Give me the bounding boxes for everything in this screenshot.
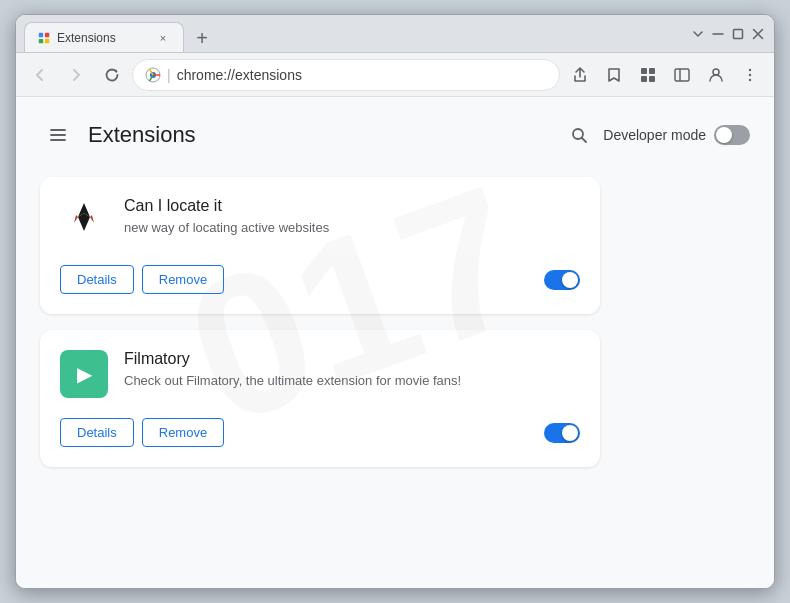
- svg-rect-8: [641, 68, 647, 74]
- share-button[interactable]: [564, 59, 596, 91]
- toggle-knob: [716, 127, 732, 143]
- svg-marker-25: [74, 215, 78, 223]
- menu-button[interactable]: [734, 59, 766, 91]
- svg-point-15: [749, 68, 751, 70]
- new-tab-button[interactable]: +: [188, 24, 216, 52]
- forward-button[interactable]: [60, 59, 92, 91]
- card-footer-1: Details Remove: [60, 418, 580, 447]
- extension-card-1: Filmatory Check out Filmatory, the ultim…: [40, 330, 600, 467]
- svg-rect-3: [45, 38, 49, 42]
- toggle-knob-0: [562, 272, 578, 288]
- extension-card-0: Can I locate it new way of locating acti…: [40, 177, 600, 314]
- card-actions-0: Details Remove: [60, 265, 224, 294]
- details-button-1[interactable]: Details: [60, 418, 134, 447]
- remove-button-0[interactable]: Remove: [142, 265, 224, 294]
- svg-marker-26: [90, 215, 94, 223]
- minimize-button[interactable]: [710, 26, 726, 42]
- active-tab[interactable]: Extensions ×: [24, 22, 184, 52]
- profile-button[interactable]: [700, 59, 732, 91]
- card-footer-0: Details Remove: [60, 265, 580, 294]
- remove-button-1[interactable]: Remove: [142, 418, 224, 447]
- hamburger-menu-button[interactable]: [40, 117, 76, 153]
- page-title: Extensions: [88, 122, 196, 148]
- svg-rect-1: [45, 32, 49, 36]
- developer-mode-label: Developer mode: [603, 127, 706, 143]
- extensions-header: Extensions Developer mode: [40, 117, 750, 153]
- extension-icon-0: [60, 197, 108, 245]
- chevron-down-button[interactable]: [690, 26, 706, 42]
- extension-toggle-0[interactable]: [544, 270, 580, 290]
- extension-icon-1: [60, 350, 108, 398]
- svg-rect-5: [734, 29, 743, 38]
- ext-name-1: Filmatory: [124, 350, 580, 368]
- svg-rect-2: [39, 38, 43, 42]
- svg-point-16: [749, 73, 751, 75]
- back-button[interactable]: [24, 59, 56, 91]
- developer-mode-section: Developer mode: [563, 119, 750, 151]
- extensions-header-left: Extensions: [40, 117, 196, 153]
- close-button[interactable]: [750, 26, 766, 42]
- ext-info-1: Filmatory Check out Filmatory, the ultim…: [124, 350, 580, 390]
- address-text: chrome://extensions: [177, 67, 547, 83]
- ext-info-0: Can I locate it new way of locating acti…: [124, 197, 580, 237]
- tab-close-button[interactable]: ×: [155, 30, 171, 46]
- extension-toggle-1[interactable]: [544, 423, 580, 443]
- extensions-page: Extensions Developer mode: [16, 97, 774, 503]
- svg-point-14: [713, 69, 719, 75]
- svg-line-22: [582, 138, 586, 142]
- sidebar-button[interactable]: [666, 59, 698, 91]
- svg-rect-0: [39, 32, 43, 36]
- bookmark-button[interactable]: [598, 59, 630, 91]
- maximize-button[interactable]: [730, 26, 746, 42]
- extensions-button[interactable]: [632, 59, 664, 91]
- address-bar[interactable]: | chrome://extensions: [132, 59, 560, 91]
- svg-rect-12: [675, 69, 689, 81]
- browser-window: Extensions × +: [15, 14, 775, 589]
- svg-rect-9: [649, 68, 655, 74]
- card-actions-1: Details Remove: [60, 418, 224, 447]
- svg-rect-10: [641, 76, 647, 82]
- ext-name-0: Can I locate it: [124, 197, 580, 215]
- card-header-1: Filmatory Check out Filmatory, the ultim…: [60, 350, 580, 398]
- toggle-knob-1: [562, 425, 578, 441]
- svg-point-17: [749, 78, 751, 80]
- chrome-logo-icon: [145, 67, 161, 83]
- address-separator: |: [167, 67, 171, 83]
- svg-rect-11: [649, 76, 655, 82]
- developer-mode-toggle[interactable]: [714, 125, 750, 145]
- page-content: Extensions Developer mode: [16, 97, 774, 588]
- title-bar: Extensions × +: [16, 15, 774, 53]
- ext-desc-1: Check out Filmatory, the ultimate extens…: [124, 372, 580, 390]
- details-button-0[interactable]: Details: [60, 265, 134, 294]
- title-bar-right: [690, 26, 766, 42]
- card-header-0: Can I locate it new way of locating acti…: [60, 197, 580, 245]
- toolbar: | chrome://extensions: [16, 53, 774, 97]
- tab-strip: Extensions × +: [24, 15, 690, 52]
- toolbar-right: [564, 59, 766, 91]
- ext-desc-0: new way of locating active websites: [124, 219, 580, 237]
- tab-title: Extensions: [57, 31, 149, 45]
- reload-button[interactable]: [96, 59, 128, 91]
- extension-tab-favicon: [37, 31, 51, 45]
- search-button[interactable]: [563, 119, 595, 151]
